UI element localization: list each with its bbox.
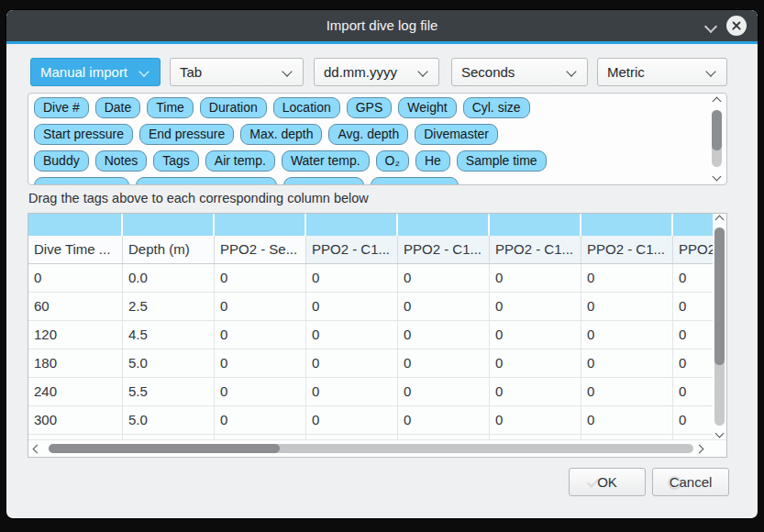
field-separator-select[interactable]: Tab [170, 58, 304, 86]
import-mode-select[interactable]: Manual import [30, 58, 161, 86]
units-select[interactable]: Metric [597, 58, 727, 86]
tag-partial[interactable] [136, 177, 277, 184]
tag-partial[interactable] [34, 177, 129, 184]
column-header[interactable]: PPO2 - C1... [398, 236, 490, 263]
table-cell: 0 [490, 293, 581, 320]
import-mode-value: Manual import [40, 59, 127, 85]
column-header[interactable]: PPO2 - C1... [673, 236, 714, 263]
table-cell: 0 [306, 293, 398, 320]
tag[interactable]: Avg. depth [328, 124, 408, 145]
column-header[interactable]: PPO2 - C1... [306, 236, 398, 263]
column-header[interactable]: Dive Time ... [28, 236, 123, 263]
tag[interactable]: Time [147, 97, 194, 118]
drop-target-cell[interactable] [581, 214, 673, 236]
tag-partial[interactable] [283, 177, 364, 184]
table-row: 1805.0000000 [28, 349, 726, 378]
column-header[interactable]: PPO2 - C1... [490, 236, 581, 263]
tag[interactable]: GPS [347, 97, 393, 118]
scrollbar-thumb[interactable] [49, 444, 280, 453]
ok-button[interactable]: OK [569, 468, 646, 496]
drop-target-cell[interactable] [490, 214, 581, 236]
table-cell: 0 [581, 349, 673, 377]
scrollbar-track[interactable] [49, 444, 693, 453]
drop-target-cell[interactable] [673, 214, 714, 236]
scroll-up-icon[interactable] [715, 216, 725, 225]
tag[interactable]: Notes [95, 150, 148, 172]
tag[interactable]: End pressure [139, 124, 234, 145]
table-horizontal-scrollbar[interactable] [28, 439, 726, 457]
tag-container: Dive #DateTimeDurationLocationGPSWeightC… [34, 97, 706, 184]
chevron-down-icon [566, 66, 576, 76]
table-cell: 0 [306, 406, 398, 434]
duration-format-select[interactable]: Seconds [451, 58, 588, 86]
tag[interactable]: Sample time [457, 150, 547, 172]
tag[interactable]: Water temp. [282, 150, 370, 172]
table-cell: 0 [306, 264, 398, 292]
field-separator-value: Tab [180, 59, 202, 85]
table-cell: 0 [215, 293, 306, 320]
tag[interactable]: Divemaster [415, 124, 498, 145]
table-row: 00.0000000 [28, 264, 726, 293]
scroll-down-icon[interactable] [715, 429, 725, 438]
drop-target-cell[interactable] [398, 214, 490, 236]
table-vertical-scrollbar[interactable] [713, 214, 726, 439]
date-format-select[interactable]: dd.mm.yyyy [314, 58, 439, 86]
drop-target-cell[interactable] [28, 214, 123, 236]
tag[interactable]: Cyl. size [463, 97, 530, 118]
column-header[interactable]: Depth (m) [123, 236, 215, 263]
cancel-icon [668, 476, 681, 490]
table-cell: 0 [673, 406, 714, 434]
scroll-right-icon[interactable] [695, 445, 704, 454]
drop-row [28, 214, 726, 236]
table-cell: 0 [673, 264, 714, 292]
table-cell: 0 [673, 349, 714, 377]
column-header[interactable]: PPO2 - Se... [215, 236, 306, 263]
tag[interactable]: O₂ [376, 150, 409, 172]
table-cell: 0 [398, 378, 490, 405]
table-cell: 0 [398, 293, 490, 320]
table-cell: 4.5 [123, 321, 215, 349]
table-cell: 0 [490, 321, 581, 349]
cancel-button[interactable]: Cancel [652, 468, 729, 496]
tag-row: Start pressureEnd pressureMax. depthAvg.… [34, 124, 706, 145]
tag[interactable]: Max. depth [240, 124, 322, 145]
tag[interactable]: Duration [200, 97, 267, 118]
tag[interactable]: He [415, 150, 450, 172]
tag[interactable]: Location [273, 97, 340, 118]
table-cell: 0 [581, 293, 673, 320]
scrollbar-track[interactable] [714, 227, 725, 426]
tags-scrollbar[interactable] [710, 95, 724, 183]
titlebar: Import dive log file [6, 10, 758, 41]
close-button[interactable] [726, 16, 747, 36]
tag[interactable]: Tags [153, 150, 199, 172]
tag[interactable]: Weight [398, 97, 456, 118]
drop-target-cell[interactable] [306, 214, 398, 236]
table-cell: 0 [490, 349, 581, 377]
column-header[interactable]: PPO2 - C1... [581, 236, 673, 263]
table-cell: 0 [581, 321, 673, 349]
tag-partial[interactable] [371, 177, 459, 184]
duration-format-value: Seconds [461, 59, 515, 85]
scrollbar-thumb[interactable] [714, 227, 725, 365]
table-cell: 0 [490, 378, 581, 405]
tag[interactable]: Air temp. [205, 150, 275, 172]
drop-target-cell[interactable] [215, 214, 306, 236]
scroll-down-icon[interactable] [713, 172, 722, 182]
tag[interactable]: Date [95, 97, 141, 118]
scroll-up-icon[interactable] [713, 97, 722, 106]
drop-target-cell[interactable] [123, 214, 215, 236]
table-row: 2405.5000000 [28, 378, 726, 406]
table-cell: 300 [28, 406, 123, 434]
tag[interactable]: Start pressure [34, 124, 133, 145]
table-cell: 180 [28, 349, 123, 377]
table-cell: 0 [398, 406, 490, 434]
chevron-down-icon [417, 66, 427, 76]
tag[interactable]: Buddy [34, 150, 89, 172]
table-cell: 60 [28, 293, 123, 320]
scroll-left-icon[interactable] [33, 445, 42, 454]
table-cell: 0 [490, 264, 581, 292]
table-cell: 0 [398, 349, 490, 377]
scrollbar-thumb[interactable] [712, 110, 722, 150]
tag[interactable]: Dive # [34, 97, 89, 118]
scrollbar-track[interactable] [712, 110, 722, 167]
